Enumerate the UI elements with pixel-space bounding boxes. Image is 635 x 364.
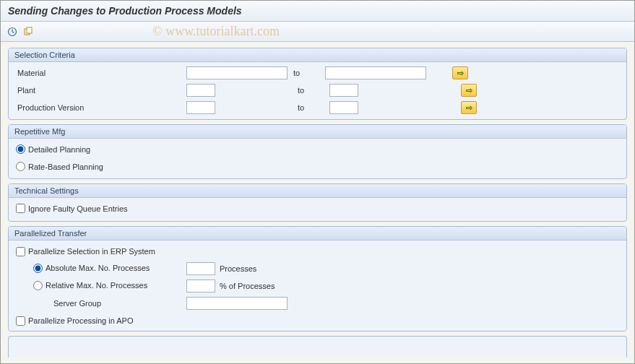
radio-abs-max-input[interactable] [33, 264, 43, 273]
label-rate-planning: Rate-Based Planning [28, 162, 103, 171]
row-plant: Plant to ⇨ [16, 82, 619, 98]
group-selection-criteria: Selection Criteria Material to ⇨ Plant t… [8, 48, 627, 120]
variant-icon [23, 27, 33, 37]
label-processes-suffix: Processes [220, 264, 256, 273]
row-abs-max: Absolute Max. No. Processes Processes [16, 261, 619, 277]
radio-rate-planning[interactable]: Rate-Based Planning [16, 162, 103, 171]
radio-detailed-input[interactable] [16, 144, 25, 154]
rel-max-input[interactable] [186, 280, 215, 292]
toolbar: © www.tutorialkart.com [1, 22, 634, 42]
label-material: Material [16, 69, 182, 77]
row-material: Material to ⇨ [16, 65, 619, 81]
label-server-group: Server Group [16, 299, 182, 308]
abs-max-input[interactable] [186, 262, 215, 275]
group-title-technical: Technical Settings [9, 184, 626, 198]
label-pct-suffix: % of Processes [220, 282, 275, 290]
row-server-group: Server Group [16, 295, 619, 311]
row-rel-max: Relative Max. No. Processes % of Process… [16, 278, 619, 294]
svg-line-2 [12, 32, 14, 33]
radio-abs-max[interactable]: Absolute Max. No. Processes [33, 264, 150, 273]
to-label-material: to [292, 69, 321, 77]
arrow-right-icon: ⇨ [457, 69, 464, 78]
check-parallelize-erp[interactable]: Parallelize Selection in ERP System [16, 247, 155, 256]
radio-rel-max-input[interactable] [33, 281, 43, 290]
group-title-selection: Selection Criteria [9, 48, 626, 62]
server-group-input[interactable] [186, 297, 288, 310]
group-empty [8, 336, 627, 358]
label-abs-max: Absolute Max. No. Processes [46, 264, 150, 272]
group-title-repetitive: Repetitive Mfg [9, 125, 626, 139]
row-ignore-faulty: Ignore Faulty Queue Entries [16, 201, 619, 217]
content-area: Selection Criteria Material to ⇨ Plant t… [1, 42, 634, 363]
plant-to-input[interactable] [329, 84, 358, 97]
check-parallelize-apo[interactable]: Parallelize Processing in APO [16, 316, 134, 326]
to-label-plant: to [296, 86, 325, 95]
prodver-to-input[interactable] [329, 101, 358, 114]
label-parallelize-erp: Parallelize Selection in ERP System [28, 247, 155, 256]
check-ignore-faulty[interactable]: Ignore Faulty Queue Entries [16, 204, 128, 213]
to-label-prodver: to [296, 103, 325, 112]
label-ignore-faulty: Ignore Faulty Queue Entries [28, 204, 128, 213]
get-variant-button[interactable] [21, 25, 35, 39]
group-technical-settings: Technical Settings Ignore Faulty Queue E… [8, 183, 627, 222]
watermark-text: © www.tutorialkart.com [152, 24, 280, 39]
plant-from-input[interactable] [186, 84, 215, 97]
label-rel-max: Relative Max. No. Processes [46, 281, 147, 290]
radio-rel-max[interactable]: Relative Max. No. Processes [33, 281, 147, 290]
group-parallelized-transfer: Parallelized Transfer Parallelize Select… [8, 226, 627, 332]
label-parallelize-apo: Parallelize Processing in APO [28, 316, 134, 325]
row-rate-planning: Rate-Based Planning [16, 159, 619, 175]
group-repetitive-mfg: Repetitive Mfg Detailed Planning Rate-Ba… [8, 124, 627, 179]
arrow-right-icon: ⇨ [466, 86, 472, 95]
label-detailed-planning: Detailed Planning [28, 145, 90, 154]
prodver-from-input[interactable] [186, 101, 215, 114]
col-abs-max: Absolute Max. No. Processes [16, 264, 182, 274]
material-multiselect-button[interactable]: ⇨ [452, 66, 468, 79]
app-window: Sending Changes to Production Process Mo… [0, 0, 635, 364]
material-to-input[interactable] [325, 66, 426, 79]
radio-detailed-planning[interactable]: Detailed Planning [16, 144, 90, 154]
plant-multiselect-button[interactable]: ⇨ [461, 84, 477, 97]
group-title-parallel: Parallelized Transfer [9, 227, 626, 240]
clock-execute-icon [7, 27, 17, 37]
check-ignore-faulty-input[interactable] [16, 204, 25, 213]
label-plant: Plant [16, 86, 182, 95]
prodver-multiselect-button[interactable]: ⇨ [461, 101, 477, 114]
arrow-right-icon: ⇨ [466, 103, 472, 113]
page-title: Sending Changes to Production Process Mo… [1, 1, 634, 22]
row-parallelize-erp: Parallelize Selection in ERP System [16, 243, 619, 259]
label-prodver: Production Version [16, 103, 182, 112]
row-detailed-planning: Detailed Planning [16, 142, 619, 157]
row-prodver: Production Version to ⇨ [16, 100, 619, 116]
check-parallelize-erp-input[interactable] [16, 247, 25, 256]
svg-rect-4 [27, 27, 32, 33]
row-parallelize-apo: Parallelize Processing in APO [16, 313, 619, 329]
radio-rate-input[interactable] [16, 162, 25, 171]
material-from-input[interactable] [186, 66, 288, 79]
check-parallelize-apo-input[interactable] [16, 316, 25, 326]
col-rel-max: Relative Max. No. Processes [16, 281, 182, 292]
execute-button[interactable] [5, 25, 20, 39]
